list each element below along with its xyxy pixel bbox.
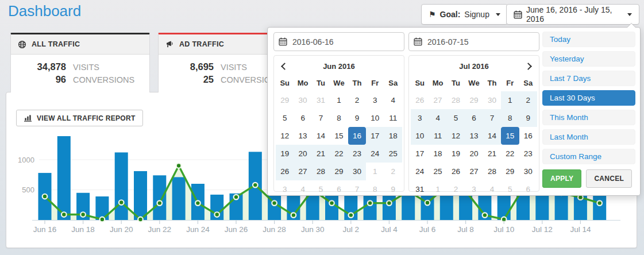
calendar-day[interactable]: 22 [330, 145, 348, 163]
goal-selector-button[interactable]: ⚑ Goal: Signup [421, 4, 508, 25]
calendar-day[interactable]: 16 [519, 127, 537, 145]
calendar-day[interactable]: 23 [519, 145, 537, 163]
calendar-day[interactable]: 2 [348, 91, 366, 109]
calendar-day[interactable]: 10 [411, 127, 429, 145]
calendar-day[interactable]: 1 [330, 91, 348, 109]
calendar-day[interactable]: 1 [429, 180, 446, 198]
calendar-day[interactable]: 11 [384, 109, 402, 127]
calendar-day[interactable]: 9 [519, 109, 537, 127]
calendar-day[interactable]: 14 [312, 127, 330, 145]
calendar-day[interactable]: 29 [501, 163, 519, 180]
calendar-day[interactable]: 25 [429, 163, 446, 180]
calendar-day[interactable]: 24 [366, 145, 384, 163]
calendar-day[interactable]: 21 [312, 145, 330, 163]
calendar-day[interactable]: 18 [384, 127, 402, 145]
calendar-day[interactable]: 27 [429, 91, 446, 109]
calendar-day[interactable]: 17 [411, 145, 429, 163]
calendar-day[interactable]: 20 [294, 145, 311, 163]
calendar-day[interactable]: 20 [465, 145, 483, 163]
calendar-day[interactable]: 3 [366, 91, 384, 109]
end-date-input[interactable] [408, 32, 539, 51]
calendar-day[interactable]: 29 [330, 163, 348, 180]
calendar-day[interactable]: 2 [447, 180, 465, 198]
calendar-day[interactable]: 5 [447, 109, 465, 127]
calendar-day[interactable]: 31 [411, 180, 429, 198]
calendar-day[interactable]: 12 [276, 127, 294, 145]
calendar-day[interactable]: 26 [411, 91, 429, 109]
calendar-day[interactable]: 8 [366, 180, 384, 198]
calendar-day[interactable]: 29 [276, 91, 294, 109]
calendar-day[interactable]: 27 [465, 163, 483, 180]
calendar-day[interactable]: 1 [366, 163, 384, 180]
apply-button[interactable]: APPLY [542, 169, 581, 188]
calendar-day[interactable]: 26 [447, 163, 465, 180]
calendar-day[interactable]: 14 [483, 127, 501, 145]
calendar-day[interactable]: 1 [501, 91, 519, 109]
calendar-day[interactable]: 8 [330, 109, 348, 127]
calendar-day[interactable]: 3 [276, 180, 294, 198]
range-option-this-month[interactable]: This Month [542, 110, 635, 125]
calendar-day[interactable]: 5 [312, 180, 330, 198]
calendar-day[interactable]: 15 [330, 127, 348, 145]
calendar-day[interactable]: 29 [465, 91, 483, 109]
range-option-last-month[interactable]: Last Month [542, 129, 635, 145]
calendar-day[interactable]: 18 [429, 145, 446, 163]
calendar-day[interactable]: 2 [519, 91, 537, 109]
calendar-day[interactable]: 4 [294, 180, 311, 198]
calendar-day[interactable]: 6 [330, 180, 348, 198]
calendar-day[interactable]: 12 [447, 127, 465, 145]
prev-month-icon[interactable] [281, 63, 288, 70]
calendar-day[interactable]: 4 [483, 180, 501, 198]
calendar-day[interactable]: 17 [366, 127, 384, 145]
calendar-day[interactable]: 28 [312, 163, 330, 180]
calendar-day[interactable]: 9 [348, 109, 366, 127]
calendar-day[interactable]: 28 [447, 91, 465, 109]
calendar-day[interactable]: 6 [465, 109, 483, 127]
calendar-day[interactable]: 2 [384, 163, 402, 180]
calendar-day[interactable]: 3 [411, 109, 429, 127]
calendar-day[interactable]: 9 [384, 180, 402, 198]
calendar-day[interactable]: 13 [465, 127, 483, 145]
calendar-day[interactable]: 16 [348, 127, 366, 145]
calendar-day[interactable]: 19 [276, 145, 294, 163]
calendar-day[interactable]: 30 [348, 163, 366, 180]
range-option-custom-range[interactable]: Custom Range [542, 149, 635, 164]
calendar-day[interactable]: 30 [294, 91, 311, 109]
calendar-day[interactable]: 4 [429, 109, 446, 127]
calendar-day[interactable]: 30 [519, 163, 537, 180]
calendar-day[interactable]: 6 [294, 109, 311, 127]
calendar-day[interactable]: 15 [501, 127, 519, 145]
calendar-day[interactable]: 6 [519, 180, 537, 198]
calendar-day[interactable]: 21 [483, 145, 501, 163]
calendar-day[interactable]: 7 [348, 180, 366, 198]
calendar-day[interactable]: 30 [483, 91, 501, 109]
calendar-day[interactable]: 19 [447, 145, 465, 163]
calendar-day[interactable]: 22 [501, 145, 519, 163]
range-option-today[interactable]: Today [542, 32, 635, 47]
start-date-input[interactable] [273, 32, 404, 51]
calendar-day[interactable]: 8 [501, 109, 519, 127]
calendar-day[interactable]: 11 [429, 127, 446, 145]
range-option-yesterday[interactable]: Yesterday [542, 51, 635, 67]
calendar-day[interactable]: 25 [384, 145, 402, 163]
next-month-icon[interactable] [525, 63, 532, 70]
calendar-day[interactable]: 23 [348, 145, 366, 163]
view-all-traffic-report-button[interactable]: VIEW ALL TRAFFIC REPORT [16, 110, 143, 126]
calendar-day[interactable]: 13 [294, 127, 311, 145]
calendar-day[interactable]: 27 [294, 163, 311, 180]
date-range-button[interactable]: June 16, 2016 - July 15, 2016 [506, 4, 639, 25]
cancel-button[interactable]: CANCEL [586, 169, 632, 188]
calendar-day[interactable]: 7 [483, 109, 501, 127]
calendar-day[interactable]: 10 [366, 109, 384, 127]
calendar-day[interactable]: 4 [384, 91, 402, 109]
range-option-last-7-days[interactable]: Last 7 Days [542, 71, 635, 86]
calendar-day[interactable]: 24 [411, 163, 429, 180]
calendar-day[interactable]: 28 [483, 163, 501, 180]
calendar-day[interactable]: 3 [465, 180, 483, 198]
calendar-day[interactable]: 26 [276, 163, 294, 180]
calendar-day[interactable]: 5 [501, 180, 519, 198]
calendar-day[interactable]: 7 [312, 109, 330, 127]
calendar-day[interactable]: 31 [312, 91, 330, 109]
calendar-day[interactable]: 5 [276, 109, 294, 127]
range-option-last-30-days[interactable]: Last 30 Days [542, 90, 635, 106]
